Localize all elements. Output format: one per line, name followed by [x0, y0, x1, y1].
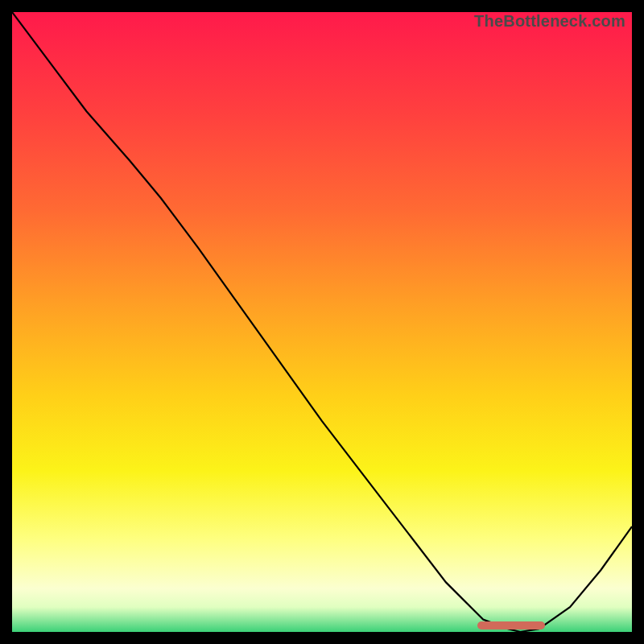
chart-frame: TheBottleneck.com: [0, 0, 644, 644]
plot-border: [12, 12, 632, 632]
plot-area: TheBottleneck.com: [12, 12, 632, 632]
